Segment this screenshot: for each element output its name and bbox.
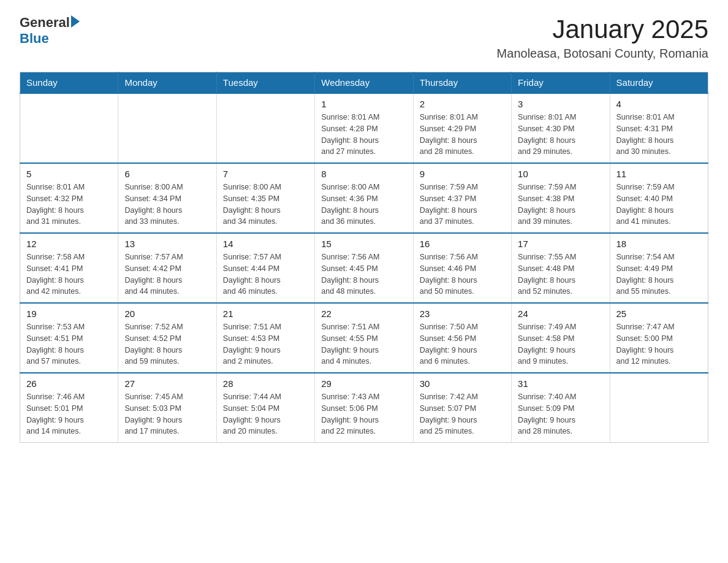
day-number: 17 [518,239,603,249]
calendar-week-row: 5Sunrise: 8:01 AMSunset: 4:32 PMDaylight… [20,163,708,233]
day-number: 3 [518,99,603,109]
calendar-cell: 18Sunrise: 7:54 AMSunset: 4:49 PMDayligh… [610,233,708,303]
day-number: 21 [223,308,308,319]
day-number: 4 [616,99,702,109]
logo-blue: Blue [20,31,49,47]
column-header-tuesday: Tuesday [216,72,314,94]
day-number: 25 [616,308,702,319]
calendar-cell: 25Sunrise: 7:47 AMSunset: 5:00 PMDayligh… [610,303,708,373]
day-number: 28 [223,378,308,389]
day-number: 15 [321,239,406,249]
day-info: Sunrise: 8:00 AMSunset: 4:36 PMDaylight:… [321,182,406,228]
column-header-wednesday: Wednesday [315,72,413,94]
day-number: 29 [321,378,406,389]
location-subtitle: Manoleasa, Botosani County, Romania [497,47,708,61]
calendar-cell: 24Sunrise: 7:49 AMSunset: 4:58 PMDayligh… [512,303,610,373]
day-number: 18 [616,239,702,249]
calendar-cell [118,93,216,163]
calendar-cell: 28Sunrise: 7:44 AMSunset: 5:04 PMDayligh… [216,373,314,443]
day-info: Sunrise: 7:56 AMSunset: 4:46 PMDaylight:… [420,251,505,297]
day-number: 8 [321,169,406,179]
day-number: 31 [518,378,603,389]
day-number: 9 [420,169,505,179]
calendar-cell: 20Sunrise: 7:52 AMSunset: 4:52 PMDayligh… [118,303,216,373]
calendar-week-row: 1Sunrise: 8:01 AMSunset: 4:28 PMDaylight… [20,93,708,163]
calendar-cell: 8Sunrise: 8:00 AMSunset: 4:36 PMDaylight… [315,163,413,233]
calendar-cell: 26Sunrise: 7:46 AMSunset: 5:01 PMDayligh… [20,373,118,443]
calendar-cell: 30Sunrise: 7:42 AMSunset: 5:07 PMDayligh… [413,373,511,443]
day-info: Sunrise: 7:43 AMSunset: 5:06 PMDaylight:… [321,391,406,437]
day-number: 6 [124,169,210,179]
day-info: Sunrise: 8:01 AMSunset: 4:31 PMDaylight:… [616,112,702,158]
calendar-cell: 19Sunrise: 7:53 AMSunset: 4:51 PMDayligh… [20,303,118,373]
logo-arrow-icon [71,15,80,28]
day-number: 11 [616,169,702,179]
day-info: Sunrise: 7:59 AMSunset: 4:40 PMDaylight:… [616,182,702,228]
day-info: Sunrise: 8:00 AMSunset: 4:35 PMDaylight:… [223,182,308,228]
column-header-friday: Friday [512,72,610,94]
column-header-thursday: Thursday [413,72,511,94]
day-info: Sunrise: 7:53 AMSunset: 4:51 PMDaylight:… [26,321,112,367]
day-info: Sunrise: 7:51 AMSunset: 4:55 PMDaylight:… [321,321,406,367]
title-block: January 2025 Manoleasa, Botosani County,… [497,15,708,61]
day-info: Sunrise: 7:40 AMSunset: 5:09 PMDaylight:… [518,391,603,437]
calendar-week-row: 12Sunrise: 7:58 AMSunset: 4:41 PMDayligh… [20,233,708,303]
calendar-cell: 15Sunrise: 7:56 AMSunset: 4:45 PMDayligh… [315,233,413,303]
day-info: Sunrise: 7:44 AMSunset: 5:04 PMDaylight:… [223,391,308,437]
day-info: Sunrise: 7:52 AMSunset: 4:52 PMDaylight:… [124,321,210,367]
day-number: 19 [26,308,112,319]
day-number: 7 [223,169,308,179]
day-number: 14 [223,239,308,249]
day-info: Sunrise: 7:45 AMSunset: 5:03 PMDaylight:… [124,391,210,437]
day-number: 30 [420,378,505,389]
day-info: Sunrise: 8:01 AMSunset: 4:29 PMDaylight:… [420,112,505,158]
calendar-cell: 11Sunrise: 7:59 AMSunset: 4:40 PMDayligh… [610,163,708,233]
day-info: Sunrise: 7:56 AMSunset: 4:45 PMDaylight:… [321,251,406,297]
calendar-cell: 16Sunrise: 7:56 AMSunset: 4:46 PMDayligh… [413,233,511,303]
day-number: 1 [321,99,406,109]
calendar-cell: 17Sunrise: 7:55 AMSunset: 4:48 PMDayligh… [512,233,610,303]
month-year-title: January 2025 [497,15,708,44]
day-number: 26 [26,378,112,389]
day-number: 16 [420,239,505,249]
calendar-cell [216,93,314,163]
column-header-sunday: Sunday [20,72,118,94]
day-info: Sunrise: 7:59 AMSunset: 4:38 PMDaylight:… [518,182,603,228]
calendar-week-row: 19Sunrise: 7:53 AMSunset: 4:51 PMDayligh… [20,303,708,373]
calendar-cell: 6Sunrise: 8:00 AMSunset: 4:34 PMDaylight… [118,163,216,233]
day-info: Sunrise: 8:01 AMSunset: 4:30 PMDaylight:… [518,112,603,158]
day-info: Sunrise: 7:46 AMSunset: 5:01 PMDaylight:… [26,391,112,437]
calendar-header-row: SundayMondayTuesdayWednesdayThursdayFrid… [20,72,708,94]
day-info: Sunrise: 7:57 AMSunset: 4:42 PMDaylight:… [124,251,210,297]
day-info: Sunrise: 7:58 AMSunset: 4:41 PMDaylight:… [26,251,112,297]
day-number: 20 [124,308,210,319]
column-header-monday: Monday [118,72,216,94]
calendar-cell: 7Sunrise: 8:00 AMSunset: 4:35 PMDaylight… [216,163,314,233]
day-number: 27 [124,378,210,389]
page-header: General Blue January 2025 Manoleasa, Bot… [20,15,708,61]
calendar-week-row: 26Sunrise: 7:46 AMSunset: 5:01 PMDayligh… [20,373,708,443]
calendar-cell: 31Sunrise: 7:40 AMSunset: 5:09 PMDayligh… [512,373,610,443]
day-info: Sunrise: 7:42 AMSunset: 5:07 PMDaylight:… [420,391,505,437]
day-info: Sunrise: 7:51 AMSunset: 4:53 PMDaylight:… [223,321,308,367]
calendar-cell: 22Sunrise: 7:51 AMSunset: 4:55 PMDayligh… [315,303,413,373]
calendar-table: SundayMondayTuesdayWednesdayThursdayFrid… [20,72,708,443]
day-info: Sunrise: 7:55 AMSunset: 4:48 PMDaylight:… [518,251,603,297]
calendar-cell [610,373,708,443]
day-number: 13 [124,239,210,249]
day-number: 5 [26,169,112,179]
calendar-cell: 4Sunrise: 8:01 AMSunset: 4:31 PMDaylight… [610,93,708,163]
day-number: 10 [518,169,603,179]
day-info: Sunrise: 7:50 AMSunset: 4:56 PMDaylight:… [420,321,505,367]
day-info: Sunrise: 8:01 AMSunset: 4:32 PMDaylight:… [26,182,112,228]
calendar-cell: 9Sunrise: 7:59 AMSunset: 4:37 PMDaylight… [413,163,511,233]
column-header-saturday: Saturday [610,72,708,94]
logo-general: General [20,15,70,31]
calendar-cell: 14Sunrise: 7:57 AMSunset: 4:44 PMDayligh… [216,233,314,303]
day-number: 24 [518,308,603,319]
logo: General Blue [20,15,80,47]
day-number: 2 [420,99,505,109]
calendar-cell: 23Sunrise: 7:50 AMSunset: 4:56 PMDayligh… [413,303,511,373]
calendar-cell: 27Sunrise: 7:45 AMSunset: 5:03 PMDayligh… [118,373,216,443]
calendar-cell: 1Sunrise: 8:01 AMSunset: 4:28 PMDaylight… [315,93,413,163]
